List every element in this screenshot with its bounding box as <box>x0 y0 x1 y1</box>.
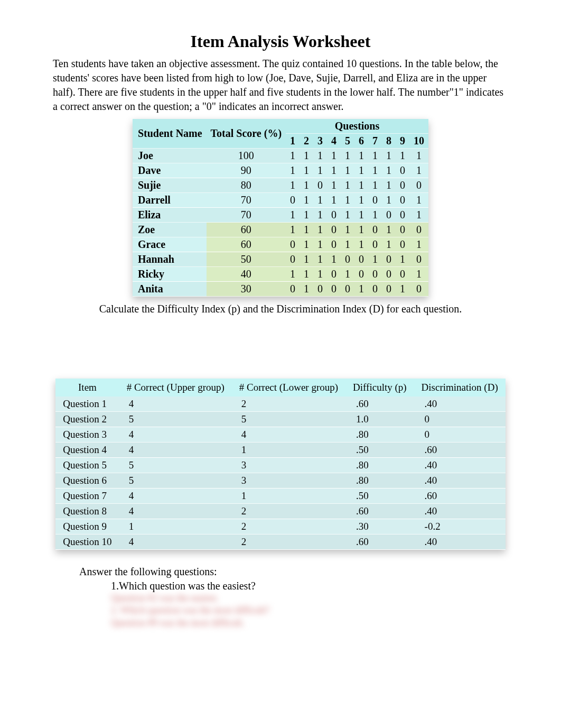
answer-cell: 1 <box>396 252 409 267</box>
upper-correct-cell: 4 <box>119 489 232 504</box>
difficulty-cell: .80 <box>345 458 414 473</box>
answer-cell: 1 <box>313 252 327 267</box>
answer-cell: 1 <box>409 163 428 178</box>
answer-cell: 1 <box>354 193 368 208</box>
header-student-name: Student Name <box>133 119 207 149</box>
answer-cell: 1 <box>300 223 313 237</box>
answer-cell: 0 <box>409 178 428 193</box>
answer-cell: 0 <box>286 237 300 252</box>
table-row: Ricky401110100001 <box>133 267 428 282</box>
answer-cell: 1 <box>300 149 313 163</box>
answer-cell: 1 <box>327 178 341 193</box>
answer-cell: 1 <box>368 178 382 193</box>
table-row: Question 2551.00 <box>55 412 505 427</box>
answer-cell: 0 <box>396 163 409 178</box>
analysis-table-wrap: Item # Correct (Upper group) # Correct (… <box>53 379 508 550</box>
answer-cell: 0 <box>313 282 327 297</box>
answer-cell: 0 <box>382 267 396 282</box>
header-q1: 1 <box>286 134 300 149</box>
upper-correct-cell: 1 <box>119 519 232 535</box>
table-row: Question 741.50.60 <box>55 489 505 504</box>
table-row: Hannah500111001010 <box>133 252 428 267</box>
answer-cell: 1 <box>382 237 396 252</box>
answer-cell: 1 <box>368 149 382 163</box>
difficulty-cell: .80 <box>345 427 414 443</box>
answer-cell: 1 <box>300 237 313 252</box>
answer-cell: 1 <box>313 237 327 252</box>
answer-cell: 0 <box>313 178 327 193</box>
question-1-text: 1.Which question was the easiest? <box>111 580 256 592</box>
lower-correct-cell: 1 <box>232 443 345 458</box>
answer-cell: 0 <box>396 267 409 282</box>
student-name-cell: Dave <box>133 163 207 178</box>
item-cell: Question 7 <box>55 489 119 504</box>
answer-cell: 1 <box>313 223 327 237</box>
intro-paragraph: Ten students have taken an objective ass… <box>53 57 508 114</box>
lower-correct-cell: 2 <box>232 504 345 519</box>
table-row: Question 553.80.40 <box>55 458 505 473</box>
answer-cell: 1 <box>354 178 368 193</box>
answer-cell: 1 <box>354 282 368 297</box>
student-name-cell: Anita <box>133 282 207 297</box>
item-cell: Question 1 <box>55 397 119 412</box>
answer-cell: 1 <box>382 163 396 178</box>
scores-table-wrap: Student Name Total Score (%) Questions 1… <box>53 119 508 297</box>
discrimination-cell: .60 <box>414 489 506 504</box>
score-cell: 70 <box>207 208 286 223</box>
score-cell: 100 <box>207 149 286 163</box>
score-cell: 30 <box>207 282 286 297</box>
table-row: Question 344.800 <box>55 427 505 443</box>
difficulty-cell: .60 <box>345 504 414 519</box>
answer-cell: 1 <box>341 193 354 208</box>
table-row: Dave901111111101 <box>133 163 428 178</box>
answer-cell: 1 <box>354 163 368 178</box>
answer-cell: 1 <box>286 149 300 163</box>
item-cell: Question 4 <box>55 443 119 458</box>
answer-cell: 1 <box>341 237 354 252</box>
upper-correct-cell: 4 <box>119 397 232 412</box>
answer-cell: 1 <box>354 237 368 252</box>
header-q6: 6 <box>354 134 368 149</box>
item-cell: Question 10 <box>55 535 119 550</box>
score-cell: 70 <box>207 193 286 208</box>
answer-cell: 0 <box>327 208 341 223</box>
answer-cell: 1 <box>300 252 313 267</box>
item-cell: Question 3 <box>55 427 119 443</box>
item-cell: Question 9 <box>55 519 119 535</box>
student-name-cell: Eliza <box>133 208 207 223</box>
table-row: Zoe601110110100 <box>133 223 428 237</box>
answer-cell: 1 <box>313 193 327 208</box>
answer-cell: 1 <box>300 193 313 208</box>
item-cell: Question 5 <box>55 458 119 473</box>
answer-cell: 0 <box>396 178 409 193</box>
answer-cell: 0 <box>368 267 382 282</box>
answer-cell: 1 <box>341 267 354 282</box>
discrimination-cell: .40 <box>414 473 506 489</box>
answer-cell: 1 <box>382 178 396 193</box>
analysis-table: Item # Correct (Upper group) # Correct (… <box>55 379 505 550</box>
answer-cell: 1 <box>286 267 300 282</box>
header-questions: Questions <box>286 119 428 134</box>
table-row: Eliza701110111001 <box>133 208 428 223</box>
item-cell: Question 6 <box>55 473 119 489</box>
lower-correct-cell: 2 <box>232 535 345 550</box>
answer-cell: 0 <box>409 282 428 297</box>
answer-cell: 1 <box>382 223 396 237</box>
student-name-cell: Grace <box>133 237 207 252</box>
answer-cell: 1 <box>313 267 327 282</box>
answer-cell: 0 <box>354 267 368 282</box>
answer-cell: 1 <box>368 163 382 178</box>
header-difficulty: Difficulty (p) <box>345 379 414 397</box>
upper-correct-cell: 4 <box>119 443 232 458</box>
lower-correct-cell: 4 <box>232 427 345 443</box>
difficulty-cell: .50 <box>345 489 414 504</box>
score-cell: 40 <box>207 267 286 282</box>
answer-cell: 1 <box>313 163 327 178</box>
question-1: 1.Which question was the easiest? <box>111 580 508 592</box>
answer-cell: 1 <box>368 208 382 223</box>
table-row: Joe1001111111111 <box>133 149 428 163</box>
header-q2: 2 <box>300 134 313 149</box>
answer-cell: 0 <box>368 193 382 208</box>
header-q5: 5 <box>341 134 354 149</box>
difficulty-cell: 1.0 <box>345 412 414 427</box>
